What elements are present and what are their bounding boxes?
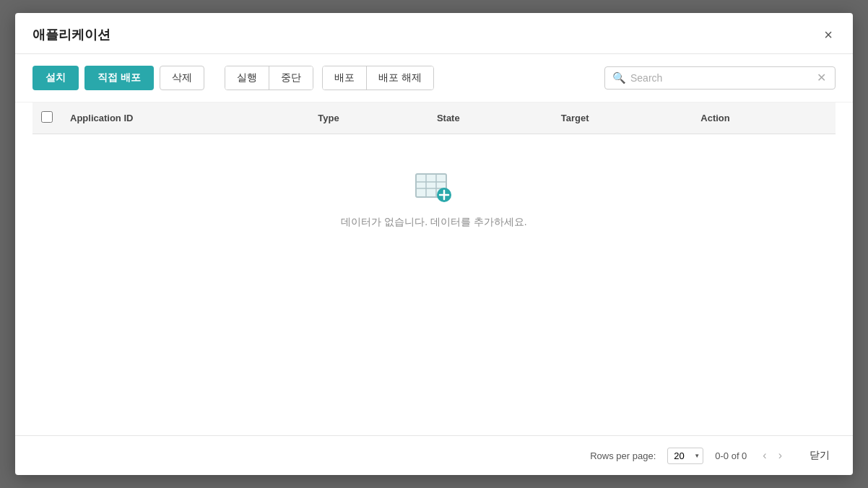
pagination-info: Rows per page: 20 10 50 100 0-0 of 0 ‹ ›: [590, 446, 786, 465]
table-body: 데이터가 없습니다. 데이터를 추가하세요.: [32, 134, 836, 273]
dialog-header: 애플리케이션 ×: [15, 13, 853, 54]
search-input[interactable]: [630, 72, 815, 84]
dialog-title: 애플리케이션: [32, 26, 110, 43]
deploy-undeploy-group: 배포 배포 해제: [322, 66, 434, 90]
empty-text: 데이터가 없습니다. 데이터를 추가하세요.: [341, 216, 526, 229]
application-dialog: 애플리케이션 × 설치 직접 배포 삭제 실행 중단 배포 배포 해제 🔍 ✕: [15, 13, 853, 475]
table-header-row: Application ID Type State Target Action: [32, 103, 836, 134]
rows-per-page-select[interactable]: 20 10 50 100: [667, 448, 703, 464]
undeploy-button[interactable]: 배포 해제: [367, 66, 433, 90]
page-count: 0-0 of 0: [715, 450, 747, 461]
applications-table: Application ID Type State Target Action: [32, 103, 836, 272]
run-stop-group: 실행 중단: [225, 66, 313, 90]
select-all-checkbox[interactable]: [41, 111, 53, 123]
table-container: Application ID Type State Target Action: [15, 103, 853, 435]
select-all-col: [32, 103, 61, 134]
col-application-id: Application ID: [61, 103, 309, 134]
delete-button[interactable]: 삭제: [160, 66, 204, 90]
col-target: Target: [552, 103, 692, 134]
search-icon: 🔍: [612, 71, 626, 84]
search-box: 🔍 ✕: [604, 66, 836, 90]
deploy-button[interactable]: 배포: [323, 66, 367, 90]
stop-button[interactable]: 중단: [269, 66, 313, 90]
prev-page-button[interactable]: ‹: [758, 446, 771, 465]
rows-per-page-label: Rows per page:: [590, 450, 656, 461]
empty-row: 데이터가 없습니다. 데이터를 추가하세요.: [32, 134, 836, 273]
empty-icon: [412, 170, 456, 207]
close-button[interactable]: ×: [821, 26, 836, 43]
search-clear-button[interactable]: ✕: [815, 72, 828, 84]
dialog-footer: Rows per page: 20 10 50 100 0-0 of 0 ‹ ›…: [15, 435, 853, 475]
next-page-button[interactable]: ›: [774, 446, 786, 465]
col-action: Action: [692, 103, 836, 134]
rows-per-page-selector: 20 10 50 100: [667, 448, 703, 464]
toolbar: 설치 직접 배포 삭제 실행 중단 배포 배포 해제 🔍 ✕: [15, 54, 853, 103]
table-head: Application ID Type State Target Action: [32, 103, 836, 134]
empty-state: 데이터가 없습니다. 데이터를 추가하세요.: [32, 134, 836, 272]
install-button[interactable]: 설치: [32, 66, 79, 90]
col-state: State: [428, 103, 552, 134]
page-nav: ‹ ›: [758, 446, 786, 465]
footer-close-button[interactable]: 닫기: [804, 446, 836, 465]
run-button[interactable]: 실행: [225, 66, 269, 90]
direct-deploy-button[interactable]: 직접 배포: [84, 66, 154, 90]
col-type: Type: [309, 103, 428, 134]
